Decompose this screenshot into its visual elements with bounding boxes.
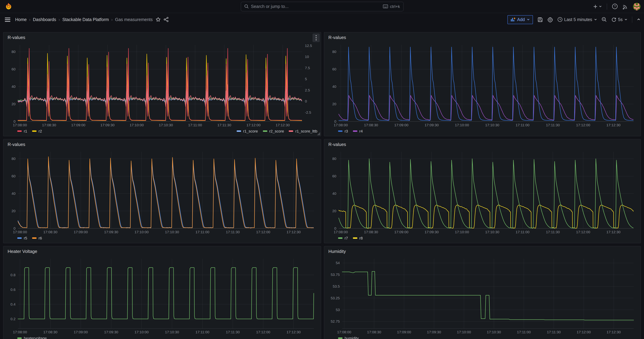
panel-legend: r7r8 [324,235,640,240]
series-line-r1_score_lttb [18,70,302,106]
legend-item-r2[interactable]: r2 [32,129,42,133]
panel-title[interactable]: R-values [328,35,346,40]
x-axis-tick-label: 17:08:30 [367,330,381,334]
legend-item-r4[interactable]: r4 [353,129,363,133]
refresh-button[interactable]: 5s [611,17,628,22]
chart-r-values[interactable]: 17:08:0017:08:3017:09:0017:09:3017:10:00… [327,149,638,235]
legend-label: r5 [24,236,27,240]
top-nav-right: ? [593,2,640,10]
x-axis-tick-label: 17:11:00 [517,330,531,334]
grafana-app: Search or jump to... ctrl+k ? [0,0,644,339]
x-axis-tick-label: 17:08:00 [13,230,27,234]
breadcrumb-folder[interactable]: Stackable Data Platform [62,17,109,22]
x-axis-tick-label: 17:11:30 [226,230,240,234]
panel-header[interactable]: Humidity [324,246,640,256]
panel-title[interactable]: Heater Voltage [8,249,37,254]
breadcrumb-dashboards[interactable]: Dashboards [33,17,56,22]
legend-item-r6[interactable]: r6 [32,236,42,240]
series-line-heatervoltage [18,268,314,319]
x-axis-tick-label: 17:12:00 [256,230,270,234]
x-axis-tick-label: 17:10:00 [134,330,149,334]
add-button[interactable]: Add [508,15,533,24]
chevron-down-icon [624,18,628,21]
menu-toggle-icon[interactable] [5,18,10,22]
legend-label: r1_score [243,129,258,133]
legend-item-humidity[interactable]: humidity [338,336,359,339]
legend-label: r7 [344,236,348,240]
x-axis-tick-label: 17:09:30 [424,230,439,234]
y-axis-tick-label: 60 [332,67,336,71]
panel-header[interactable]: R-values [4,140,321,149]
breadcrumb-home[interactable]: Home [15,17,27,22]
y-axis-tick-label: 0 [334,226,336,230]
add-panel-icon [511,17,516,22]
legend-item-r2_score[interactable]: r2_score [263,129,284,133]
chevron-down-icon [599,5,602,8]
panel-title[interactable]: Humidity [328,249,346,254]
panel-title[interactable]: R-values [8,35,25,40]
chart-r-values[interactable]: 17:08:0017:08:3017:09:0017:09:3017:10:00… [6,149,318,235]
avatar[interactable] [633,2,640,10]
y-axis-tick-label: 80 [332,157,336,160]
keyboard-icon [383,4,388,8]
legend-item-heatervoltage[interactable]: heatervoltage [17,336,47,339]
zoom-out-button[interactable] [602,17,607,22]
chart-humidity[interactable]: 17:08:0017:08:3017:09:0017:09:3017:10:00… [327,256,638,336]
panel-title[interactable]: R-values [328,142,346,147]
share-icon[interactable] [163,17,168,22]
x-axis-tick-label: 17:11:30 [226,330,240,334]
panel-resize-handle[interactable] [317,132,320,135]
dashboard-settings-button[interactable] [547,17,553,22]
chart-r-values[interactable]: 17:08:0017:08:3017:09:0017:09:3017:10:00… [327,42,638,128]
legend-item-r3[interactable]: r3 [338,129,348,133]
clock-icon [557,17,562,22]
legend-item-r8[interactable]: r8 [353,236,363,240]
news-button[interactable] [622,4,628,9]
help-button[interactable]: ? [612,4,618,9]
x-axis-tick-label: 17:12:00 [576,230,590,234]
legend-item-r5[interactable]: r5 [17,236,27,240]
plus-icon [593,4,598,9]
chart-r-values[interactable]: 17:08:0017:08:3017:09:0017:09:3017:10:00… [6,42,318,128]
time-range-picker[interactable]: Last 5 minutes [557,17,597,22]
x-axis-tick-label: 17:08:00 [13,330,27,334]
legend-item-r1[interactable]: r1 [17,129,27,133]
x-axis-tick-label: 17:08:30 [42,123,56,127]
y-axis-tick-label: 60 [12,67,16,71]
panel-header[interactable]: R-values [324,32,640,42]
panel-title[interactable]: R-values [8,142,25,147]
chart-heater-voltage[interactable]: 17:08:0017:08:3017:09:0017:09:3017:10:00… [6,256,318,336]
x-axis-tick-label: 17:09:00 [71,123,85,127]
search-input[interactable]: Search or jump to... ctrl+k [240,2,404,11]
x-axis-tick-label: 17:12:30 [276,123,290,127]
panel-menu-icon[interactable] [312,34,320,42]
x-axis-tick-label: 17:09:30 [427,330,441,334]
y-axis-tick-label: 53.75 [330,272,340,276]
x-axis-tick-label: 17:09:30 [100,123,114,127]
panel-header[interactable]: R-values [324,140,640,149]
series-line-r2 [18,53,302,120]
grafana-logo-icon[interactable] [4,2,13,11]
panel-header[interactable]: R-values [4,32,321,42]
legend-label: r8 [360,236,363,240]
x-axis-tick-label: 17:09:30 [424,123,439,127]
panel-header[interactable]: Heater Voltage [4,246,321,256]
legend-item-r1_score_lttb[interactable]: r1_score_lttb [289,129,317,133]
x-axis-tick-label: 17:08:00 [334,230,348,234]
star-icon[interactable] [156,17,160,22]
new-button[interactable] [593,4,602,9]
y-axis-tick-label: 53 [336,308,340,312]
gear-icon [547,17,553,22]
legend-item-r7[interactable]: r7 [338,236,348,240]
x-axis-tick-label: 17:08:00 [334,123,348,127]
help-icon: ? [612,4,618,9]
legend-swatch [237,130,241,132]
divider [607,3,607,10]
top-nav: Search or jump to... ctrl+k ? [0,0,644,13]
y-axis-tick-label: 40 [12,192,16,196]
save-dashboard-button[interactable] [537,17,543,22]
legend-label: r2 [39,129,42,133]
collapse-controls-button[interactable] [637,18,640,22]
legend-item-r1_score[interactable]: r1_score [237,129,258,133]
x-axis-tick-label: 17:09:30 [104,230,118,234]
